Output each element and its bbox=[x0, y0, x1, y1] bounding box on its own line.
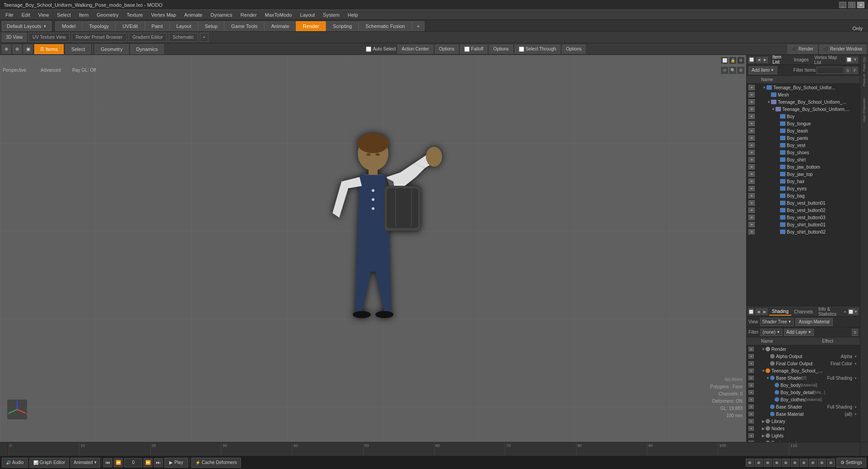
tab-paint[interactable]: Paint bbox=[145, 21, 170, 31]
render-window-btn[interactable]: ⬛ Render Window bbox=[819, 45, 866, 54]
filter-dropdown[interactable]: (none) ▼ bbox=[760, 329, 782, 336]
eye-toggle-icon[interactable]: 👁 bbox=[748, 179, 755, 184]
falloff-check[interactable] bbox=[464, 46, 470, 52]
menu-item[interactable]: Item bbox=[75, 11, 92, 18]
shader-item[interactable]: ●Boy_body [Material] bbox=[747, 382, 860, 389]
anim-btn-5[interactable]: ⊕ bbox=[782, 459, 790, 467]
tree-item[interactable]: 👁Boy_shirt_button01 bbox=[747, 221, 860, 228]
anim-btn-6[interactable]: ⊕ bbox=[791, 459, 799, 467]
tree-item[interactable]: 👁Mesh bbox=[747, 91, 860, 98]
menu-vertex-map[interactable]: Vertex Map bbox=[148, 11, 180, 18]
shader-toggle[interactable]: ▼ bbox=[766, 376, 770, 380]
tab-uvedit[interactable]: UVEdit bbox=[115, 21, 144, 31]
shader-effect-dropdown[interactable]: ▼ bbox=[854, 355, 858, 358]
tree-item[interactable]: 👁Boy_bag bbox=[747, 192, 860, 199]
shading-tab[interactable]: Shading bbox=[769, 308, 791, 316]
shader-effect-dropdown[interactable]: ▼ bbox=[854, 377, 858, 380]
zoom-in-btn[interactable]: 🔍 bbox=[729, 67, 736, 74]
anim-btn-8[interactable]: ⊕ bbox=[809, 459, 817, 467]
go-end-btn[interactable]: ⏭ bbox=[154, 458, 163, 467]
shader-eye-icon[interactable]: ● bbox=[748, 376, 754, 380]
eye-toggle-icon[interactable]: 👁 bbox=[748, 143, 755, 148]
shading-menu-btn[interactable]: ▼ bbox=[854, 308, 858, 315]
tab-setup[interactable]: Setup bbox=[198, 21, 225, 31]
shader-toggle[interactable]: ▼ bbox=[761, 369, 766, 373]
audio-btn[interactable]: 🔊 Audio bbox=[2, 458, 28, 468]
menu-layout[interactable]: Layout bbox=[296, 11, 319, 18]
tab-model[interactable]: Model bbox=[55, 21, 82, 31]
anim-btn-10[interactable]: ⊕ bbox=[827, 459, 835, 467]
menu-help[interactable]: Help bbox=[344, 11, 362, 18]
viewport-raygl-label[interactable]: Ray GL: Off bbox=[72, 68, 96, 73]
shader-item[interactable]: ●▼Base Shader [2]Full Shading▼ bbox=[747, 374, 860, 382]
item-tree[interactable]: 👁▼Teenage_Boy_School_Unifor...👁Mesh👁▼Tee… bbox=[747, 84, 860, 306]
anim-btn-3[interactable]: ⊕ bbox=[764, 459, 772, 467]
viewport-perspective-label[interactable]: Perspective bbox=[3, 68, 26, 73]
menu-texture[interactable]: Texture bbox=[123, 11, 147, 18]
eye-toggle-icon[interactable]: 👁 bbox=[748, 193, 755, 198]
auto-select-checkbox[interactable]: Auto Select bbox=[366, 46, 396, 52]
eye-toggle-icon[interactable]: 👁 bbox=[748, 99, 755, 105]
action-center-btn[interactable]: Action Center bbox=[397, 45, 433, 54]
tab-render[interactable]: Render bbox=[296, 21, 326, 31]
shader-item[interactable]: ●Base Material(all)▼ bbox=[747, 410, 860, 418]
shader-item[interactable]: ●▶Library bbox=[747, 418, 860, 425]
item-list-maximize[interactable]: ⬜ bbox=[748, 57, 754, 63]
eye-toggle-icon[interactable]: 👁 bbox=[748, 128, 755, 133]
dynamics-tab[interactable]: Dynamics bbox=[130, 44, 164, 54]
tree-item[interactable]: 👁▼Teenage_Boy_School_Uniform_... bbox=[747, 98, 860, 106]
select-mode-btn[interactable]: Select bbox=[65, 44, 91, 54]
tree-item[interactable]: 👁Boy_shirt bbox=[747, 156, 860, 163]
shader-toggle[interactable]: ▶ bbox=[761, 441, 766, 442]
tree-item[interactable]: 👁Boy_leash bbox=[747, 127, 860, 134]
shader-item[interactable]: ●▼Teenage_Boy_School_.... bbox=[747, 367, 860, 374]
tab-schematic[interactable]: Schematic Fusion bbox=[359, 21, 411, 31]
animated-dropdown[interactable]: Animated ▼ bbox=[70, 458, 100, 468]
options3-btn[interactable]: Options bbox=[562, 45, 586, 54]
shader-eye-icon[interactable]: ● bbox=[748, 419, 754, 423]
go-start-btn[interactable]: ⏮ bbox=[103, 458, 112, 467]
settings-btn[interactable]: ⚙ Settings bbox=[836, 458, 866, 468]
shader-tree-dropdown[interactable]: Shader Tree ▼ bbox=[760, 318, 794, 326]
eye-toggle-icon[interactable]: 👁 bbox=[748, 157, 755, 162]
shading-arrow-right[interactable]: ▶ bbox=[762, 308, 767, 315]
3d-view-tab[interactable]: 3D View bbox=[2, 33, 27, 42]
menu-edit[interactable]: Edit bbox=[18, 11, 34, 18]
filter-items-input[interactable] bbox=[817, 67, 844, 74]
shading-maximize[interactable]: ⬜ bbox=[748, 308, 754, 315]
tree-item[interactable]: 👁Boy_shoes bbox=[747, 149, 860, 156]
shader-item[interactable]: ●▶Nodes bbox=[747, 425, 860, 432]
render-preset-tab[interactable]: Render Preset Browser bbox=[72, 33, 127, 42]
select-through-check[interactable] bbox=[519, 46, 524, 52]
filter-f-btn[interactable]: F bbox=[852, 67, 858, 74]
menu-geometry[interactable]: Geometry bbox=[93, 11, 122, 18]
shader-effect-dropdown[interactable]: ▼ bbox=[854, 413, 858, 416]
shading-plus[interactable]: + bbox=[842, 308, 848, 315]
panel-menu-btn[interactable]: ▼ bbox=[852, 57, 858, 63]
arrow-right-icon[interactable]: ▶ bbox=[762, 57, 768, 63]
shader-eye-icon[interactable]: ● bbox=[748, 347, 754, 351]
menu-animate[interactable]: Animate bbox=[180, 11, 206, 18]
eye-toggle-icon[interactable]: 👁 bbox=[748, 85, 755, 90]
anim-btn-9[interactable]: ⊕ bbox=[818, 459, 826, 467]
shader-item[interactable]: ●▼Render bbox=[747, 345, 860, 353]
maximize-btn[interactable]: □ bbox=[848, 2, 855, 8]
info-stats-tab[interactable]: Info & Statistics bbox=[816, 306, 842, 317]
falloff-btn[interactable]: Falloff bbox=[460, 45, 487, 54]
play-btn[interactable]: ▶ Play bbox=[164, 458, 188, 468]
viewport-3d[interactable]: Perspective Advanced Ray GL: Off ⬜ 🔒 ⚙ ⟲… bbox=[0, 55, 746, 442]
icon-btn-2[interactable]: ⊕ bbox=[13, 45, 22, 54]
anim-btn-7[interactable]: ⊕ bbox=[800, 459, 808, 467]
tree-item[interactable]: 👁Boy bbox=[747, 113, 860, 120]
filter-s-btn[interactable]: S bbox=[845, 67, 851, 74]
next-frame-btn[interactable]: ⏩ bbox=[143, 458, 152, 467]
layouts-dropdown[interactable]: Default Layouts ▼ bbox=[2, 21, 51, 31]
shader-item[interactable]: ●▶Environments bbox=[747, 439, 860, 442]
add-layer-btn[interactable]: Add Layer ▼ bbox=[784, 329, 814, 336]
shader-eye-icon[interactable]: ● bbox=[748, 441, 754, 442]
tree-toggle[interactable]: ▼ bbox=[766, 100, 771, 104]
render-btn[interactable]: ⬛ Render bbox=[788, 45, 817, 54]
menu-view[interactable]: View bbox=[35, 11, 53, 18]
tree-item[interactable]: 👁▼Teenage_Boy_School_Uniform.... bbox=[747, 106, 860, 113]
options2-btn[interactable]: Options bbox=[489, 45, 512, 54]
